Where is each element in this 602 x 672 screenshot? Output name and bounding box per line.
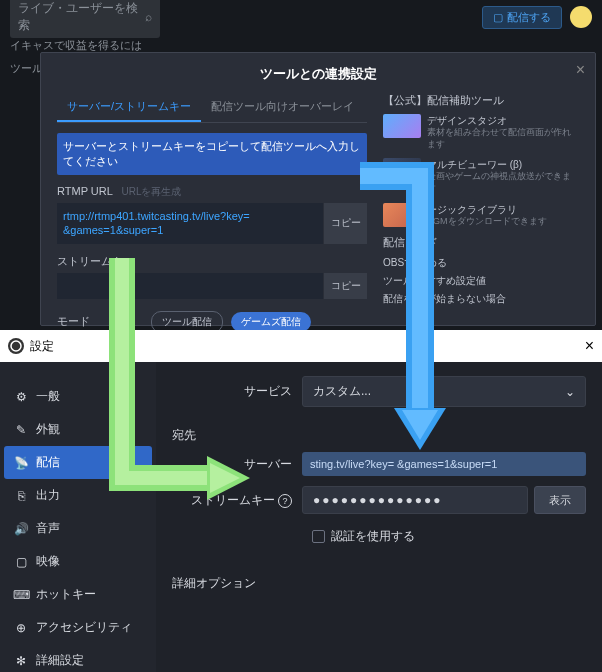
server-input[interactable]: sting.tv/live?key= &games=1&super=1 [302,452,586,476]
tools-heading: 【公式】配信補助ツール [383,93,579,108]
sidebar-item-accessibility[interactable]: ⊕アクセシビリティ [0,611,156,644]
guide-link-obs[interactable]: OBSで配 める [383,256,579,270]
copy-rtmp-button[interactable]: コピー [323,203,367,244]
thumb-design [383,114,421,138]
output-icon: ⎘ [14,489,28,503]
streamkey-label: ストリームキー? [172,492,302,509]
sidebar-item-video[interactable]: ▢映像 [0,545,156,578]
tab-server-key[interactable]: サーバー/ストリームキー [57,93,201,122]
auth-checkbox-row[interactable]: 認証を使用する [312,528,586,545]
rtmp-url-field[interactable]: rtmp://rtmp401.twitcasting.tv/live?key= … [57,203,323,244]
camera-icon: ▢ [493,11,503,24]
top-bar: ライブ・ユーザーを検索 ⌕ ▢ 配信する [0,0,602,34]
antenna-icon: 📡 [14,456,28,470]
obs-main-panel: サービス カスタム... ⌄ 宛先 サーバー sting.tv/live?key… [156,362,602,672]
streamkey-field[interactable] [57,273,323,299]
thumb-music [383,203,421,227]
modal-right: 【公式】配信補助ツール デザインスタジオ素材を組み合わせて配信画面が作れます マ… [383,93,579,353]
avatar[interactable] [570,6,592,28]
speaker-icon: 🔊 [14,522,28,536]
sidebar-item-stream[interactable]: 📡配信 [4,446,152,479]
sidebar-item-hotkeys[interactable]: ⌨ホットキー [0,578,156,611]
tools-icon: ✻ [14,654,28,668]
keyboard-icon: ⌨ [14,588,28,602]
sidebar-item-output[interactable]: ⎘出力 [0,479,156,512]
tabs: サーバー/ストリームキー 配信ツール向けオーバーレイ [57,93,367,123]
tool-item-design[interactable]: デザインスタジオ素材を組み合わせて配信画面が作れます [383,114,579,150]
copy-hint: サーバーとストリームキーをコピーして配信ツールへ入力してください [57,133,367,175]
guide-link-troubleshoot[interactable]: 配信を開 が始まらない場合 [383,292,579,306]
auth-label: 認証を使用する [331,528,415,545]
tool-item-multiview[interactable]: マルチビューワー (β)企画やゲームの神視点放送ができます [383,158,579,194]
obs-sidebar: ⚙一般 ✎外観 📡配信 ⎘出力 🔊音声 ▢映像 ⌨ホットキー ⊕アクセシビリティ… [0,362,156,672]
tool-settings-modal: ツールとの連携設定 × サーバー/ストリームキー 配信ツール向けオーバーレイ サ… [40,52,596,326]
copy-key-button[interactable]: コピー [323,273,367,299]
destination-heading: 宛先 [172,427,586,444]
broadcast-button[interactable]: ▢ 配信する [482,6,562,29]
server-label: サーバー [172,456,302,473]
guide-heading: 配信ガイド [383,235,579,250]
svg-point-0 [11,341,21,351]
accessibility-icon: ⊕ [14,621,28,635]
sidebar-item-advanced[interactable]: ✻詳細設定 [0,644,156,672]
sidebar-item-general[interactable]: ⚙一般 [0,380,156,413]
obs-title-text: 設定 [30,338,54,355]
search-icon: ⌕ [145,10,152,24]
chevron-down-icon: ⌄ [565,385,575,399]
tab-overlay[interactable]: 配信ツール向けオーバーレイ [201,93,364,122]
rtmp-regen-link[interactable]: URLを再生成 [121,186,181,197]
close-icon[interactable]: × [585,337,594,355]
brush-icon: ✎ [14,423,28,437]
close-icon[interactable]: × [576,61,585,79]
thumb-multiview [383,158,421,182]
sidebar-item-audio[interactable]: 🔊音声 [0,512,156,545]
service-label: サービス [172,383,302,400]
mode-game-chip[interactable]: ゲームズ配信 [231,312,311,332]
service-select[interactable]: カスタム... ⌄ [302,376,586,407]
search-input[interactable]: ライブ・ユーザーを検索 ⌕ [10,0,160,38]
show-button[interactable]: 表示 [534,486,586,514]
rtmp-label-text: RTMP URL [57,185,112,197]
obs-logo-icon [8,338,24,354]
checkbox-icon[interactable] [312,530,325,543]
help-icon[interactable]: ? [278,494,292,508]
monitor-icon: ▢ [14,555,28,569]
gear-icon: ⚙ [14,390,28,404]
search-placeholder: ライブ・ユーザーを検索 [18,0,145,34]
tool-item-music[interactable]: ージックライブラリBGMをダウンロードできます [383,203,579,228]
streamkey-input[interactable]: ●●●●●●●●●●●●●● [302,486,528,514]
broadcast-label: 配信する [507,10,551,25]
obs-titlebar: 設定 × [0,330,602,362]
rtmp-label: RTMP URL URLを再生成 [57,185,367,199]
streamkey-label: ストリームキー [57,254,367,269]
advanced-heading: 詳細オプション [172,575,586,592]
modal-left: サーバー/ストリームキー 配信ツール向けオーバーレイ サーバーとストリームキーを… [57,93,367,353]
guide-link-settings[interactable]: ツール配 すすめ設定値 [383,274,579,288]
service-value: カスタム... [313,383,371,400]
modal-title: ツールとの連携設定 [57,65,579,83]
sidebar-item-appearance[interactable]: ✎外観 [0,413,156,446]
mode-label: モード [57,314,143,329]
obs-settings-window: 設定 × ⚙一般 ✎外観 📡配信 ⎘出力 🔊音声 ▢映像 ⌨ホットキー ⊕アクセ… [0,330,602,672]
